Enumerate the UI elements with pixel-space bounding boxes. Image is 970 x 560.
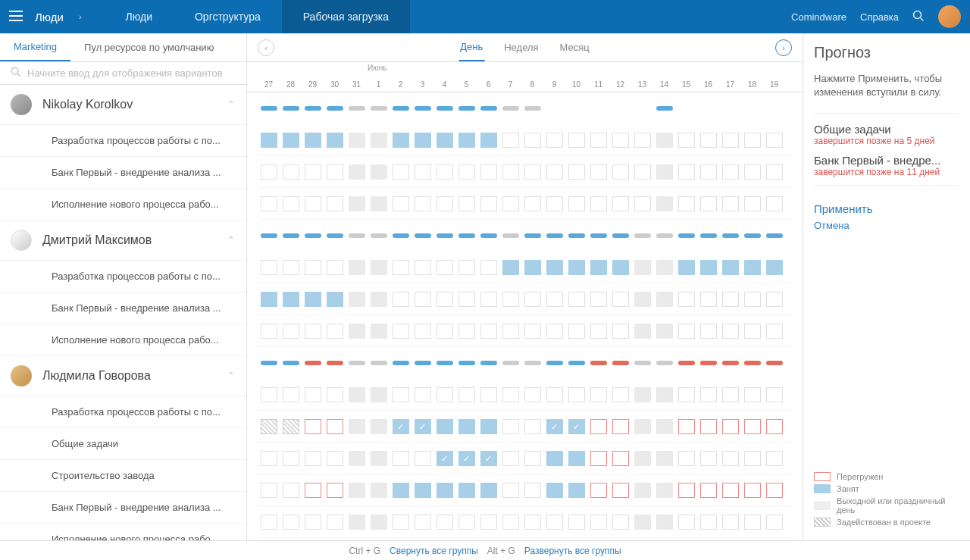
timeline-cell[interactable] bbox=[368, 133, 390, 148]
timeline-cell[interactable] bbox=[741, 483, 763, 498]
timeline-cell[interactable] bbox=[543, 483, 565, 498]
timeline-cell[interactable] bbox=[763, 451, 785, 466]
timeline-cell[interactable] bbox=[609, 515, 631, 530]
timeline-cell[interactable] bbox=[653, 133, 675, 148]
timeline-cell[interactable] bbox=[719, 419, 741, 434]
timeline-cell[interactable] bbox=[631, 292, 653, 307]
timeline-cell[interactable] bbox=[258, 324, 280, 339]
timeline-cell[interactable] bbox=[697, 164, 719, 180]
task-row[interactable]: Разработка процессов работы с по... bbox=[0, 125, 246, 157]
timeline-cell[interactable] bbox=[302, 164, 324, 180]
timeline-cell[interactable] bbox=[433, 483, 455, 498]
timeline-cell[interactable] bbox=[521, 260, 543, 275]
timeline-cell[interactable] bbox=[433, 324, 455, 339]
timeline-cell[interactable] bbox=[719, 228, 741, 243]
timeline-cell[interactable] bbox=[763, 164, 785, 180]
timeline-cell[interactable] bbox=[455, 228, 477, 243]
timeline-cell[interactable] bbox=[324, 324, 346, 339]
timeline-cell[interactable] bbox=[390, 387, 411, 402]
timeline-cell[interactable] bbox=[477, 515, 499, 530]
timeline-cell[interactable] bbox=[609, 355, 631, 371]
timeline-cell[interactable] bbox=[675, 355, 697, 371]
timeline-cell[interactable] bbox=[719, 164, 741, 180]
timeline-cell[interactable] bbox=[565, 164, 587, 180]
task-row[interactable]: Исполнение нового процесса рабо... bbox=[0, 189, 246, 221]
timeline-cell[interactable] bbox=[521, 133, 543, 148]
timeline-cell[interactable] bbox=[368, 451, 390, 466]
timeline-cell[interactable] bbox=[587, 355, 609, 371]
timeline-cell[interactable] bbox=[455, 515, 477, 530]
timeline-cell[interactable] bbox=[653, 451, 675, 466]
timeline-cell[interactable] bbox=[280, 196, 302, 211]
timeline-cell[interactable] bbox=[697, 387, 719, 402]
timeline-cell[interactable] bbox=[302, 292, 324, 307]
timeline-cell[interactable] bbox=[697, 419, 719, 434]
timeline-cell[interactable] bbox=[675, 515, 697, 530]
timeline-cell[interactable] bbox=[455, 324, 477, 339]
timeline-cell[interactable] bbox=[587, 451, 609, 466]
timeline-cell[interactable] bbox=[390, 451, 411, 466]
timeline-cell[interactable] bbox=[609, 292, 631, 307]
timeline-cell[interactable] bbox=[697, 355, 719, 371]
timeline-cell[interactable] bbox=[499, 451, 521, 466]
timeline-cell[interactable] bbox=[368, 355, 390, 371]
timeline-cell[interactable] bbox=[433, 292, 455, 307]
timeline-cell[interactable] bbox=[280, 387, 302, 402]
view-tab[interactable]: Неделя bbox=[502, 34, 540, 61]
timeline-cell[interactable] bbox=[675, 324, 697, 339]
timeline-cell[interactable] bbox=[587, 387, 609, 402]
timeline-cell[interactable] bbox=[368, 101, 390, 116]
timeline-cell[interactable] bbox=[763, 228, 785, 243]
timeline-cell[interactable] bbox=[302, 419, 324, 434]
timeline-cell[interactable] bbox=[521, 355, 543, 371]
timeline-cell[interactable] bbox=[258, 292, 280, 307]
timeline-cell[interactable] bbox=[302, 101, 324, 116]
timeline-cell[interactable] bbox=[587, 260, 609, 275]
timeline-cell[interactable] bbox=[411, 387, 433, 402]
timeline-cell[interactable] bbox=[433, 355, 455, 371]
timeline-cell[interactable] bbox=[368, 324, 390, 339]
timeline-cell[interactable] bbox=[324, 515, 346, 530]
timeline-cell[interactable] bbox=[280, 515, 302, 530]
timeline-cell[interactable] bbox=[368, 292, 390, 307]
timeline-cell[interactable] bbox=[653, 260, 675, 275]
timeline-cell[interactable] bbox=[565, 515, 587, 530]
timeline-cell[interactable] bbox=[411, 324, 433, 339]
timeline-cell[interactable] bbox=[587, 133, 609, 148]
timeline-cell[interactable] bbox=[433, 419, 455, 434]
timeline-cell[interactable] bbox=[258, 133, 280, 148]
timeline-cell[interactable] bbox=[455, 101, 477, 116]
timeline-cell[interactable] bbox=[587, 324, 609, 339]
task-row[interactable]: Разработка процессов работы с по... bbox=[0, 396, 246, 428]
timeline-cell[interactable] bbox=[477, 164, 499, 180]
timeline-cell[interactable] bbox=[411, 196, 433, 211]
timeline-cell[interactable] bbox=[565, 355, 587, 371]
timeline-cell[interactable] bbox=[675, 164, 697, 180]
timeline-cell[interactable] bbox=[587, 228, 609, 243]
timeline-cell[interactable] bbox=[390, 228, 411, 243]
timeline-cell[interactable] bbox=[324, 419, 346, 434]
timeline-cell[interactable] bbox=[587, 483, 609, 498]
timeline-cell[interactable] bbox=[719, 387, 741, 402]
timeline-cell[interactable] bbox=[521, 451, 543, 466]
timeline-cell[interactable] bbox=[280, 483, 302, 498]
timeline-cell[interactable] bbox=[543, 228, 565, 243]
timeline-cell[interactable] bbox=[653, 292, 675, 307]
timeline-cell[interactable] bbox=[675, 260, 697, 275]
timeline-cell[interactable]: ✓ bbox=[411, 419, 433, 434]
collapse-icon[interactable]: ⌃ bbox=[227, 234, 236, 246]
timeline-cell[interactable] bbox=[741, 355, 763, 371]
timeline-cell[interactable] bbox=[653, 515, 675, 530]
timeline-cell[interactable] bbox=[390, 292, 411, 307]
forecast-item-title[interactable]: Общие задачи bbox=[814, 123, 959, 136]
timeline-cell[interactable] bbox=[499, 515, 521, 530]
timeline-cell[interactable] bbox=[258, 515, 280, 530]
timeline-cell[interactable] bbox=[653, 101, 675, 116]
timeline-cell[interactable] bbox=[631, 101, 653, 116]
timeline-cell[interactable] bbox=[411, 515, 433, 530]
timeline-cell[interactable] bbox=[587, 101, 609, 116]
timeline-cell[interactable] bbox=[609, 133, 631, 148]
timeline-cell[interactable] bbox=[631, 387, 653, 402]
timeline-cell[interactable] bbox=[543, 324, 565, 339]
timeline-cell[interactable] bbox=[258, 164, 280, 180]
